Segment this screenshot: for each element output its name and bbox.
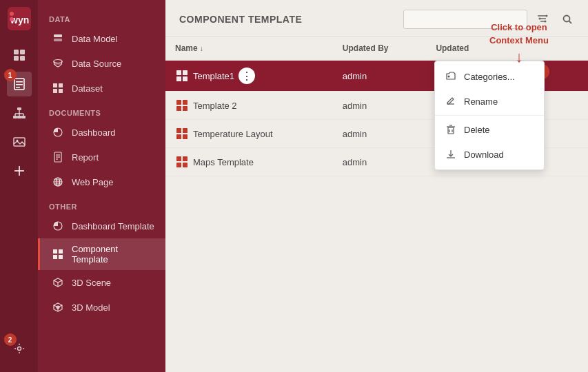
svg-rect-71	[183, 134, 187, 139]
sidebar-item-3d-model[interactable]: 3D Model	[38, 295, 165, 320]
sidebar-item-data-source[interactable]: Data Source	[38, 51, 165, 76]
svg-point-55	[546, 15, 548, 17]
row4-updated-by: admin	[333, 148, 427, 176]
sidebar-item-3d-scene[interactable]: 3D Scene	[38, 270, 165, 295]
add-rail-icon[interactable]	[7, 158, 32, 183]
svg-rect-6	[14, 56, 19, 61]
sidebar-item-dashboard-template-label: Dashboard Template	[72, 221, 154, 231]
sidebar-item-dashboard[interactable]: Dashboard	[38, 120, 165, 145]
svg-rect-7	[20, 56, 25, 61]
svg-rect-11	[16, 87, 20, 88]
svg-rect-46	[59, 249, 63, 254]
svg-rect-68	[176, 128, 181, 133]
row1-updated-by: admin	[333, 61, 427, 92]
delete-icon	[445, 123, 457, 136]
svg-rect-69	[183, 128, 187, 133]
sidebar: DATA Data Model Data Source	[38, 0, 165, 372]
svg-rect-78	[448, 127, 454, 134]
svg-rect-72	[176, 156, 181, 161]
sidebar-item-3d-model-label: 3D Model	[72, 302, 110, 313]
svg-rect-30	[53, 83, 57, 87]
menu-divider	[435, 115, 544, 116]
delete-label: Delete	[464, 125, 490, 135]
home-rail-icon[interactable]	[7, 43, 32, 68]
svg-rect-70	[176, 134, 181, 139]
svg-rect-66	[176, 106, 181, 111]
svg-point-76	[448, 76, 450, 78]
svg-point-51	[57, 306, 59, 309]
svg-line-59	[569, 21, 572, 24]
svg-point-3	[10, 17, 14, 21]
sidebar-item-dataset[interactable]: Dataset	[38, 76, 165, 101]
col-name-header[interactable]: Name ↓	[165, 37, 333, 61]
sidebar-item-dashboard-label: Dashboard	[72, 127, 116, 138]
svg-rect-4	[14, 50, 19, 54]
row3-name: Temperature Layout	[193, 129, 273, 139]
svg-rect-26	[54, 34, 62, 37]
svg-rect-48	[59, 255, 63, 259]
sidebar-item-webpage[interactable]: Web Page	[38, 169, 165, 194]
page-title: COMPONENT TEMPLATE	[179, 14, 302, 25]
context-menu-button[interactable]: ⋮	[239, 68, 255, 84]
row2-name-cell: Template 2	[165, 92, 333, 120]
webpage-icon	[51, 175, 65, 189]
svg-rect-75	[183, 163, 187, 167]
3d-scene-icon	[51, 276, 65, 289]
row4-icon	[175, 155, 189, 169]
search-button[interactable]	[558, 10, 577, 29]
app-logo[interactable]: wyn	[8, 7, 31, 33]
row3-icon	[175, 127, 189, 141]
context-menu: Categories... Rename D	[434, 61, 545, 170]
tooltip-arrow: ↓	[489, 48, 549, 66]
svg-point-28	[54, 60, 62, 63]
section-other-label: OTHER	[38, 194, 165, 214]
report-icon	[51, 150, 65, 164]
download-icon	[445, 148, 457, 161]
section-data-label: DATA	[38, 7, 165, 26]
badge-1: 1	[4, 69, 17, 81]
sidebar-item-dataset-label: Dataset	[72, 83, 103, 94]
row4-name-cell: Maps Template	[165, 148, 333, 176]
sidebar-item-dashboard-template[interactable]: Dashboard Template	[38, 214, 165, 238]
svg-rect-65	[183, 100, 187, 105]
col-updated-by-header: Updated By	[333, 37, 427, 61]
svg-point-56	[539, 18, 541, 20]
settings-rail-icon[interactable]: 2	[7, 336, 32, 361]
section-documents-label: DOCUMENTS	[38, 101, 165, 120]
row3-updated-by: admin	[333, 120, 427, 148]
svg-rect-5	[20, 50, 25, 54]
svg-rect-60	[176, 70, 181, 75]
svg-rect-74	[176, 163, 181, 167]
svg-point-58	[564, 16, 570, 22]
documents-rail-icon[interactable]: 1	[7, 72, 32, 96]
sidebar-item-data-model-label: Data Model	[72, 34, 117, 44]
context-menu-item-download[interactable]: Download	[435, 142, 544, 167]
hierarchy-rail-icon[interactable]	[7, 101, 32, 125]
context-menu-item-rename[interactable]: Rename	[435, 89, 544, 114]
download-label: Download	[464, 149, 504, 160]
row1-name: Template1	[193, 71, 234, 81]
sidebar-item-component-template[interactable]: Component Template	[38, 238, 165, 270]
row1-name-cell: Template1 ⋮	[165, 61, 333, 92]
icon-rail: wyn 1	[0, 0, 38, 372]
row3-name-cell: Temperature Layout	[165, 120, 333, 148]
svg-rect-64	[176, 100, 181, 105]
svg-rect-32	[53, 89, 57, 93]
rename-icon	[445, 95, 457, 107]
svg-rect-21	[14, 138, 25, 146]
dashboard-icon	[51, 125, 65, 139]
svg-rect-33	[59, 89, 63, 93]
svg-rect-10	[16, 84, 23, 85]
svg-rect-67	[183, 106, 187, 111]
dataset-icon	[51, 81, 65, 95]
sidebar-item-report[interactable]: Report	[38, 145, 165, 169]
sidebar-item-data-model[interactable]: Data Model	[38, 26, 165, 51]
click-tooltip: Click to open Context Menu ↓	[489, 21, 549, 66]
rename-label: Rename	[464, 96, 498, 107]
image-rail-icon[interactable]	[7, 130, 32, 154]
context-menu-item-delete[interactable]: Delete	[435, 117, 544, 142]
sidebar-item-webpage-label: Web Page	[72, 177, 113, 187]
row2-name: Template 2	[193, 101, 237, 111]
context-menu-item-categories[interactable]: Categories...	[435, 64, 544, 89]
categories-icon	[445, 70, 457, 83]
